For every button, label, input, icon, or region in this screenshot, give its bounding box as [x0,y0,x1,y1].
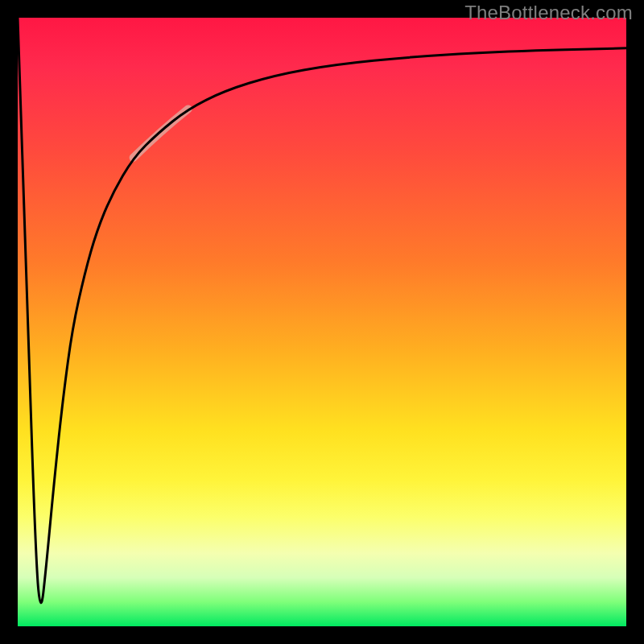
chart-frame: TheBottleneck.com [0,0,644,644]
plot-area [18,18,626,626]
background-gradient [18,18,626,626]
watermark-text: TheBottleneck.com [464,2,633,24]
